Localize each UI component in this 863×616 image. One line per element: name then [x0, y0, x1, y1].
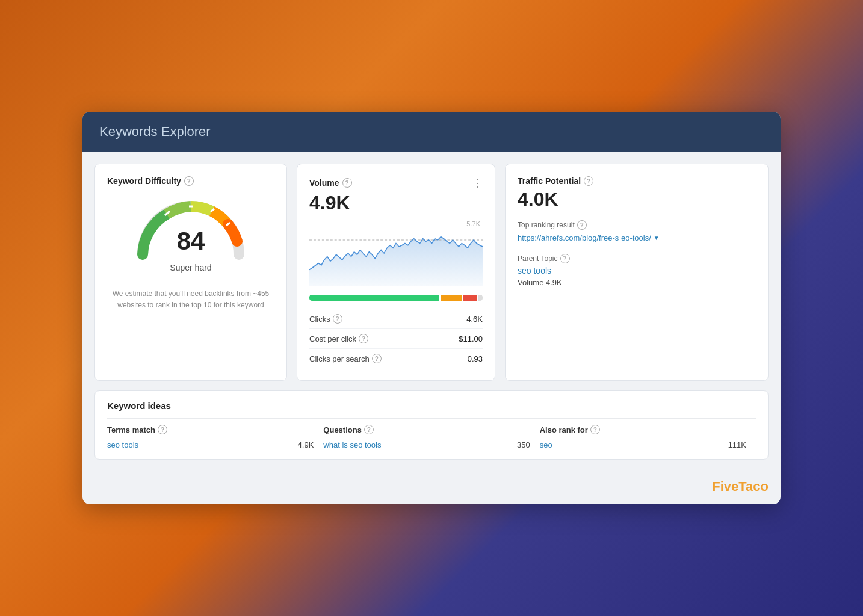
cps-value: 0.93 — [468, 354, 483, 363]
top-ranking-help-icon[interactable]: ? — [577, 220, 587, 230]
also-rank-for-title: Also rank for ? — [540, 425, 746, 434]
traffic-potential-panel: Traffic Potential ? 4.0K Top ranking res… — [505, 164, 769, 381]
volume-chart: 5.7K — [309, 220, 483, 286]
also-rank-for-item: seo 111K — [540, 440, 746, 449]
also-rank-for-help-icon[interactable]: ? — [590, 425, 600, 434]
also-rank-for-link[interactable]: seo — [540, 440, 552, 449]
clicks-bar-gray — [478, 295, 483, 301]
questions-count: 350 — [517, 440, 530, 449]
also-rank-for-col: Also rank for ? seo 111K — [540, 418, 756, 459]
terms-match-title: Terms match ? — [107, 425, 314, 434]
gauge-score: 84 — [177, 227, 205, 256]
volume-value: 4.9K — [309, 192, 483, 214]
cpc-label: Cost per click ? — [309, 334, 368, 343]
main-card: Keywords Explorer Keyword Difficulty ? — [82, 112, 781, 504]
parent-topic-help-icon[interactable]: ? — [560, 254, 570, 263]
volume-panel-title: Volume ? ⋮ — [309, 176, 483, 189]
chart-max-label: 5.7K — [466, 220, 480, 227]
volume-menu-icon[interactable]: ⋮ — [472, 176, 483, 189]
kd-help-icon[interactable]: ? — [184, 176, 194, 186]
cpc-value: $11.00 — [459, 334, 483, 343]
terms-match-link[interactable]: seo tools — [107, 440, 138, 449]
kd-description: We estimate that you'll need backlinks f… — [107, 288, 274, 311]
url-dropdown-arrow[interactable]: ▼ — [654, 233, 660, 242]
cpc-help-icon[interactable]: ? — [359, 334, 368, 343]
clicks-value: 4.6K — [466, 315, 483, 324]
top-ranking-label: Top ranking result ? — [518, 220, 756, 230]
gauge-label: Super hard — [170, 263, 211, 273]
keyword-ideas-section: Keyword ideas Terms match ? seo tools 4.… — [94, 390, 769, 460]
kd-panel-title: Keyword Difficulty ? — [107, 176, 274, 186]
clicks-label: Clicks ? — [309, 314, 342, 324]
traffic-panel-title: Traffic Potential ? — [518, 176, 756, 186]
traffic-title-text: Traffic Potential — [518, 176, 581, 186]
parent-topic-value[interactable]: seo tools — [518, 266, 756, 276]
questions-item: what is seo tools 350 — [323, 440, 530, 449]
watermark-suffix: Taco — [738, 479, 769, 494]
clicks-per-search-row: Clicks per search ? 0.93 — [309, 349, 483, 368]
traffic-value: 4.0K — [518, 188, 756, 211]
kd-title-text: Keyword Difficulty — [107, 176, 181, 186]
keyword-difficulty-panel: Keyword Difficulty ? — [94, 164, 287, 381]
volume-panel: Volume ? ⋮ 4.9K 5.7K — [297, 164, 495, 381]
clicks-bar-red — [463, 295, 477, 301]
clicks-row: Clicks ? 4.6K — [309, 309, 483, 329]
questions-col: Questions ? what is seo tools 350 — [323, 418, 539, 459]
keyword-ideas-grid: Terms match ? seo tools 4.9K Questions ?… — [107, 418, 756, 459]
cps-label: Clicks per search ? — [309, 354, 382, 363]
clicks-bar-green — [309, 295, 439, 301]
also-rank-for-count: 111K — [728, 440, 746, 449]
cps-help-icon[interactable]: ? — [372, 354, 382, 363]
questions-help-icon[interactable]: ? — [364, 425, 374, 434]
parent-topic-volume: Volume 4.9K — [518, 278, 756, 287]
volume-title-text: Volume — [309, 178, 339, 188]
traffic-help-icon[interactable]: ? — [584, 176, 593, 186]
clicks-bar-orange — [441, 295, 462, 301]
questions-title: Questions ? — [323, 425, 530, 434]
clicks-distribution-bar — [309, 295, 483, 301]
clicks-help-icon[interactable]: ? — [333, 314, 342, 324]
watermark-prefix: Five — [712, 479, 738, 494]
volume-sparkline — [309, 220, 483, 286]
questions-link[interactable]: what is seo tools — [323, 440, 381, 449]
watermark: FiveTaco — [82, 472, 781, 504]
terms-match-help-icon[interactable]: ? — [158, 425, 167, 434]
gauge-container: 84 — [131, 194, 251, 260]
terms-match-item: seo tools 4.9K — [107, 440, 314, 449]
cost-per-click-row: Cost per click ? $11.00 — [309, 329, 483, 349]
page-title: Keywords Explorer — [99, 124, 211, 139]
volume-help-icon[interactable]: ? — [342, 178, 352, 188]
top-ranking-url[interactable]: https://ahrefs.com/blog/free-s eo-tools/… — [518, 232, 756, 244]
top-row: Keyword Difficulty ? — [94, 164, 769, 381]
keyword-ideas-title: Keyword ideas — [107, 401, 756, 411]
card-body: Keyword Difficulty ? — [82, 152, 781, 460]
terms-match-count: 4.9K — [298, 440, 314, 449]
card-header: Keywords Explorer — [82, 112, 781, 152]
terms-match-col: Terms match ? seo tools 4.9K — [107, 418, 323, 459]
parent-topic-label: Parent Topic ? — [518, 254, 756, 263]
